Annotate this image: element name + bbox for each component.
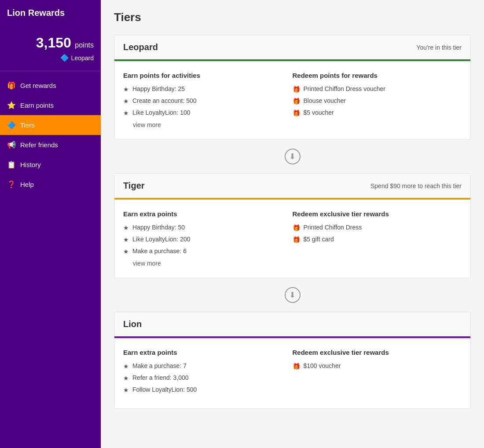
app-title: Lion Rewards	[0, 0, 101, 26]
star-icon: ★	[123, 248, 129, 255]
redeem-item-text: $100 voucher	[304, 362, 341, 369]
earn-item: ★ Make a purchase: 6	[123, 248, 293, 255]
earn-col: Earn extra points ★ Happy Birthday: 50 ★…	[123, 210, 293, 267]
tier-header: Lion	[114, 312, 470, 336]
sidebar-item-history[interactable]: 📋 History	[0, 155, 101, 175]
earn-item: ★ Make a purchase: 7	[123, 362, 293, 370]
redeem-item-text: Printed Chiffon Dress	[304, 224, 362, 231]
sidebar-nav: 🎁 Get rewards ⭐ Earn points 🔷 Tiers 📢 Re…	[0, 76, 101, 194]
gift-icon: 🎁	[293, 363, 300, 370]
page-title: Tiers	[114, 11, 471, 24]
tier-badge: 🔷 Leopard	[7, 54, 94, 62]
earn-item: ★ Like LoyaltyLion: 100	[123, 109, 293, 117]
redeem-item: 🎁 $5 voucher	[293, 109, 462, 117]
star-icon: ★	[123, 109, 129, 117]
star-icon: ★	[123, 375, 129, 382]
tier-card-tiger: Tiger Spend $90 more to reach this tier …	[114, 173, 471, 278]
earn-item: ★ Follow LoyaltyLion: 500	[123, 386, 293, 393]
redeem-item: 🎁 $100 voucher	[293, 362, 462, 370]
sidebar-item-get-rewards[interactable]: 🎁 Get rewards	[0, 76, 101, 95]
down-arrow-icon: ⬇	[285, 287, 301, 303]
sidebar-item-label: History	[20, 161, 41, 168]
main-content: Tiers Leopard You're in this tier Earn p…	[101, 0, 484, 448]
earn-item: ★ Refer a friend: 3,000	[123, 374, 293, 382]
redeem-col: Redeem exclusive tier rewards 🎁 $100 vou…	[293, 349, 462, 398]
points-label: points	[75, 41, 94, 49]
star-icon: ★	[123, 224, 129, 231]
tier-icon: 🔷	[60, 54, 69, 62]
star-icon: ★	[123, 98, 129, 105]
redeem-item: 🎁 Printed Chiffon Dress	[293, 224, 462, 231]
gift-icon: 🎁	[293, 86, 300, 93]
redeem-item-text: $5 gift card	[304, 236, 334, 243]
tier-name: Tiger	[123, 181, 145, 191]
earn-col: Earn extra points ★ Make a purchase: 7 ★…	[123, 349, 293, 398]
earn-item-text: Happy Birthday: 25	[132, 85, 185, 92]
tier-header: Tiger Spend $90 more to reach this tier	[114, 174, 470, 198]
tier-header: Leopard You're in this tier	[114, 35, 470, 59]
history-icon: 📋	[7, 160, 16, 169]
star-icon: ★	[123, 86, 129, 93]
earn-item-text: Make a purchase: 7	[132, 362, 187, 369]
earn-item-text: Follow LoyaltyLion: 500	[132, 386, 197, 393]
redeem-item-text: Blouse voucher	[304, 97, 346, 104]
earn-col: Earn points for activities ★ Happy Birth…	[123, 72, 293, 129]
redeem-item: 🎁 $5 gift card	[293, 236, 462, 243]
view-more-link[interactable]: view more	[133, 121, 161, 128]
sidebar: Lion Rewards 3,150 points 🔷 Leopard 🎁 Ge…	[0, 0, 101, 448]
tier-body: Earn extra points ★ Make a purchase: 7 ★…	[114, 338, 470, 408]
redeem-col: Redeem points for rewards 🎁 Printed Chif…	[293, 72, 462, 129]
earn-points-icon: ⭐	[7, 101, 16, 109]
sidebar-item-refer-friends[interactable]: 📢 Refer friends	[0, 135, 101, 155]
earn-title: Earn extra points	[123, 349, 293, 356]
redeem-title: Redeem exclusive tier rewards	[293, 349, 462, 356]
earn-item-text: Happy Birthday: 50	[132, 224, 185, 231]
tiers-container: Leopard You're in this tier Earn points …	[114, 35, 471, 409]
sidebar-item-label: Help	[20, 181, 34, 188]
gift-icon: 🎁	[293, 236, 300, 243]
tier-body: Earn extra points ★ Happy Birthday: 50 ★…	[114, 200, 470, 278]
sidebar-item-label: Earn points	[20, 102, 54, 109]
sidebar-item-tiers[interactable]: 🔷 Tiers	[0, 115, 101, 135]
tiers-icon: 🔷	[7, 121, 16, 129]
sidebar-item-label: Get rewards	[20, 82, 56, 89]
sidebar-item-label: Tiers	[20, 121, 35, 129]
tier-separator: ⬇	[114, 140, 471, 173]
earn-item: ★ Happy Birthday: 25	[123, 85, 293, 93]
earn-item-text: Make a purchase: 6	[132, 248, 187, 255]
points-area: 3,150 points 🔷 Leopard	[0, 26, 101, 71]
gift-icon: 🎁	[293, 109, 300, 117]
tier-card-leopard: Leopard You're in this tier Earn points …	[114, 35, 471, 140]
tier-separator: ⬇	[114, 278, 471, 312]
earn-item: ★ Create an account: 500	[123, 97, 293, 105]
redeem-item: 🎁 Blouse voucher	[293, 97, 462, 105]
tier-body: Earn points for activities ★ Happy Birth…	[114, 61, 470, 139]
earn-title: Earn points for activities	[123, 72, 293, 79]
earn-item-text: Like LoyaltyLion: 200	[132, 236, 191, 243]
points-count: 3,150	[36, 35, 71, 51]
tier-name: Lion	[123, 319, 142, 329]
sidebar-item-help[interactable]: ❓ Help	[0, 175, 101, 194]
star-icon: ★	[123, 236, 129, 243]
refer-friends-icon: 📢	[7, 141, 16, 149]
down-arrow-icon: ⬇	[285, 149, 301, 164]
view-more-link[interactable]: view more	[133, 260, 161, 267]
gift-icon: 🎁	[293, 224, 300, 231]
redeem-item-text: $5 voucher	[304, 109, 334, 116]
star-icon: ★	[123, 386, 129, 393]
redeem-title: Redeem exclusive tier rewards	[293, 210, 462, 218]
help-icon: ❓	[7, 180, 16, 189]
tier-name: Leopard	[71, 55, 94, 62]
earn-item-text: Create an account: 500	[132, 97, 197, 104]
earn-item: ★ Like LoyaltyLion: 200	[123, 236, 293, 243]
sidebar-item-label: Refer friends	[20, 141, 58, 149]
get-rewards-icon: 🎁	[7, 81, 16, 90]
gift-icon: 🎁	[293, 98, 300, 105]
tier-card-lion: Lion Earn extra points ★ Make a purchase…	[114, 312, 471, 409]
earn-item: ★ Happy Birthday: 50	[123, 224, 293, 231]
redeem-item: 🎁 Printed Chiffon Dress voucher	[293, 85, 462, 93]
sidebar-item-earn-points[interactable]: ⭐ Earn points	[0, 95, 101, 115]
tier-status: Spend $90 more to reach this tier	[370, 182, 462, 189]
star-icon: ★	[123, 363, 129, 370]
tier-status: You're in this tier	[416, 44, 462, 51]
